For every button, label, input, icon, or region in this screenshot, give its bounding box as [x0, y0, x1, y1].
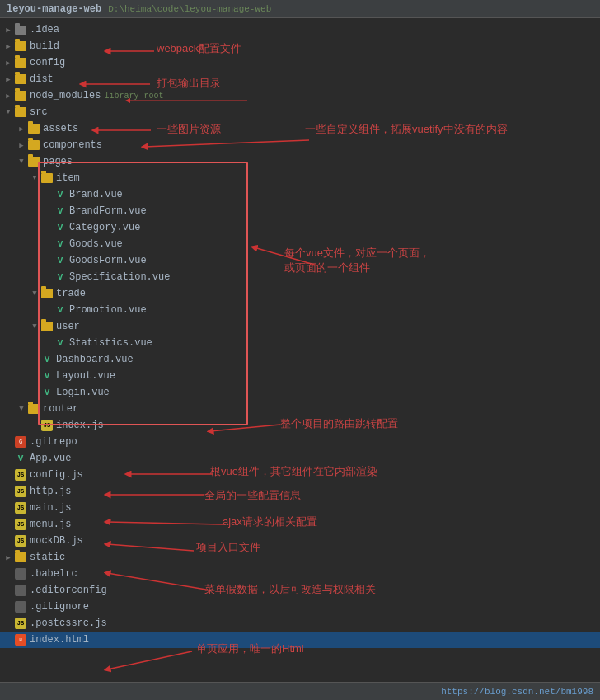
library-root-badge: library root — [104, 92, 163, 101]
item-label: build — [30, 40, 59, 52]
tree-item-editorconfig[interactable]: .editorconfig — [0, 582, 600, 599]
tree-item-babelrc[interactable]: .babelrc — [0, 566, 600, 582]
arrow-icon — [30, 289, 40, 298]
item-label: assets — [43, 123, 78, 134]
tree-item-src[interactable]: src — [0, 104, 600, 120]
tree-item-brandform-vue[interactable]: BrandForm.vue — [0, 203, 600, 219]
tree-item-goodsform-vue[interactable]: GoodsForm.vue — [0, 252, 600, 269]
item-label: mockDB.js — [30, 535, 83, 547]
item-label: pages — [43, 156, 73, 167]
folder-icon — [41, 322, 53, 331]
header-bar: leyou-manage-web D:\heima\code\leyou-man… — [0, 0, 600, 18]
item-label: .babelrc — [30, 568, 77, 580]
arrow-icon — [3, 107, 13, 117]
item-label: Layout.vue — [56, 370, 115, 382]
js-icon — [15, 535, 26, 547]
tree-item-http-js[interactable]: http.js — [0, 483, 600, 500]
js-icon — [15, 618, 26, 629]
item-label: node_modules — [30, 90, 101, 101]
js-icon — [15, 519, 26, 530]
folder-icon — [41, 289, 53, 298]
folder-icon — [28, 124, 40, 134]
arrow-icon — [30, 322, 40, 331]
item-label: http.js — [30, 486, 71, 497]
tree-item-app-vue[interactable]: App.vue — [0, 450, 600, 467]
tree-item-promotion-vue[interactable]: Promotion.vue — [0, 302, 600, 318]
folder-icon — [15, 26, 26, 35]
vue-icon — [15, 453, 26, 464]
tree-item-main-js[interactable]: main.js — [0, 500, 600, 516]
tree-item-components[interactable]: components — [0, 137, 600, 153]
item-label: src — [30, 106, 48, 118]
item-label: .postcssrc.js — [30, 618, 107, 629]
item-label: .idea — [30, 24, 59, 35]
tree-item-gitignore[interactable]: .gitignore — [0, 599, 600, 615]
item-label: Goods.vue — [69, 238, 123, 250]
tree-item-trade[interactable]: trade — [0, 285, 600, 302]
item-label: Category.vue — [69, 222, 140, 233]
item-label: dist — [30, 73, 54, 85]
tree-item-user[interactable]: user — [0, 318, 600, 335]
tree-item-category-vue[interactable]: Category.vue — [0, 219, 600, 236]
tree-item-index-html[interactable]: index.html — [0, 632, 600, 648]
folder-icon — [15, 91, 26, 101]
item-label: App.vue — [30, 453, 71, 464]
footer-url[interactable]: https://blog.csdn.net/bm1998 — [441, 687, 593, 697]
arrow-icon — [3, 91, 13, 101]
vue-icon — [54, 255, 66, 266]
arrow-icon — [16, 404, 26, 414]
item-label: index.js — [56, 420, 104, 431]
tree-item-specification-vue[interactable]: Specification.vue — [0, 269, 600, 285]
folder-icon — [15, 74, 26, 84]
item-label: config.js — [30, 469, 83, 481]
item-label: .editorconfig — [30, 585, 107, 596]
arrow-icon — [16, 124, 26, 134]
item-label: components — [43, 139, 102, 151]
main-container: leyou-manage-web D:\heima\code\leyou-man… — [0, 0, 600, 700]
git-icon — [15, 436, 26, 448]
tree-item-goods-vue[interactable]: Goods.vue — [0, 236, 600, 252]
js-icon — [15, 502, 26, 514]
tree-item-build[interactable]: build — [0, 38, 600, 54]
html-icon — [15, 634, 26, 646]
tree-item-dist[interactable]: dist — [0, 71, 600, 87]
js-icon — [15, 469, 26, 481]
item-label: main.js — [30, 502, 71, 514]
vue-icon — [54, 222, 66, 233]
tree-item-mockdb-js[interactable]: mockDB.js — [0, 533, 600, 549]
tree-item-statistics-vue[interactable]: Statistics.vue — [0, 335, 600, 351]
vue-icon — [41, 354, 53, 365]
tree-item-brand-vue[interactable]: Brand.vue — [0, 186, 600, 203]
vue-icon — [54, 271, 66, 283]
tree-item-node-modules[interactable]: node_modules library root — [0, 87, 600, 104]
rc-icon — [15, 568, 26, 580]
tree-item-login-vue[interactable]: Login.vue — [0, 384, 600, 401]
item-label: Dashboard.vue — [56, 354, 134, 365]
tree-item-gitrepo[interactable]: .gitrepo — [0, 434, 600, 450]
tree-item-config[interactable]: config — [0, 54, 600, 71]
tree-item-assets[interactable]: assets — [0, 120, 600, 137]
item-label: trade — [56, 288, 86, 299]
tree-item-idea[interactable]: .idea — [0, 21, 600, 38]
tree-item-menu-js[interactable]: menu.js — [0, 516, 600, 533]
tree-item-dashboard-vue[interactable]: Dashboard.vue — [0, 351, 600, 368]
folder-icon — [28, 140, 40, 150]
folder-icon — [15, 107, 26, 117]
tree-item-router-index[interactable]: index.js — [0, 417, 600, 434]
arrow-icon — [16, 157, 26, 167]
tree-item-layout-vue[interactable]: Layout.vue — [0, 368, 600, 384]
item-label: item — [56, 172, 80, 184]
item-label: config — [30, 57, 65, 68]
arrow-icon — [3, 25, 13, 35]
tree-item-config-js[interactable]: config.js — [0, 467, 600, 483]
tree-item-postcssrc[interactable]: .postcssrc.js — [0, 615, 600, 632]
folder-icon — [28, 157, 40, 167]
item-label: static — [30, 552, 65, 563]
item-label: Specification.vue — [69, 271, 170, 283]
vue-icon — [41, 387, 53, 398]
vue-icon — [54, 189, 66, 200]
tree-item-router[interactable]: router — [0, 401, 600, 417]
tree-item-pages[interactable]: pages — [0, 153, 600, 170]
tree-item-item[interactable]: item — [0, 170, 600, 186]
tree-item-static[interactable]: static — [0, 549, 600, 566]
